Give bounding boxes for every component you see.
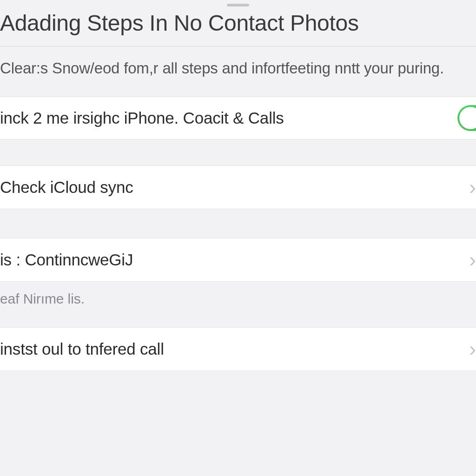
row-label: inck 2 me irsighc iPhone. Coacit & Calls (0, 109, 284, 127)
row-label: Check iCloud sync (0, 178, 133, 197)
spacer (0, 139, 476, 165)
row-contacts-calls[interactable]: inck 2 me irsighc iPhone. Coacit & Calls (0, 97, 476, 139)
chevron-right-icon: › (469, 166, 476, 209)
header-subtitle: Clear:s Snow/eod fom,r all steps and inf… (0, 46, 476, 97)
row-continue[interactable]: is : ContinncweGiJ › (0, 238, 476, 282)
spacer (0, 209, 476, 235)
toggle-switch[interactable] (457, 105, 476, 131)
row-label: instst oul to tnfered call (0, 340, 164, 358)
chevron-right-icon: › (469, 328, 476, 370)
sheet-grabber[interactable] (227, 4, 249, 7)
page-title: Adading Steps In No Contact Photos (0, 9, 476, 46)
row-check-icloud-sync[interactable]: Check iCloud sync › (0, 165, 476, 209)
row-install-call[interactable]: instst oul to tnfered call › (0, 327, 476, 371)
chevron-right-icon: › (469, 238, 476, 281)
section-footer-note: eaf Nirıme lis. (0, 282, 476, 327)
row-label: is : ContinncweGiJ (0, 251, 133, 269)
